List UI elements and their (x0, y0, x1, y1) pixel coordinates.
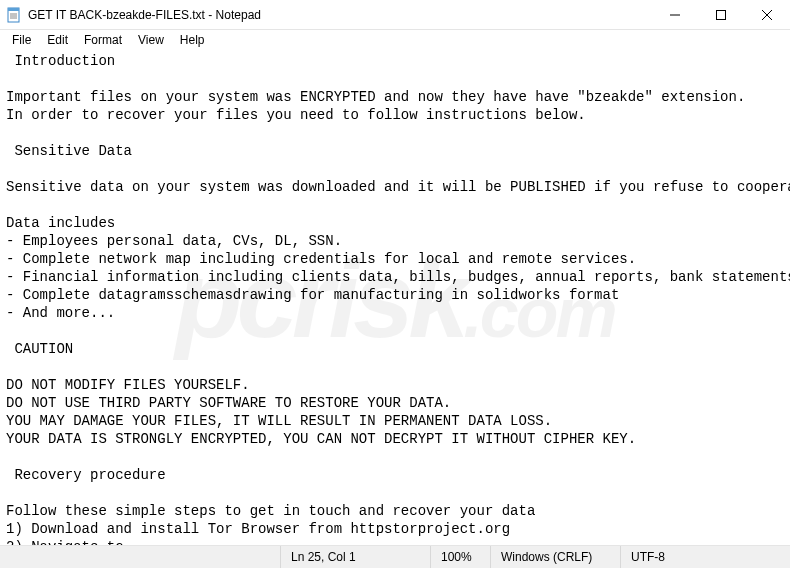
svg-line-7 (762, 10, 772, 20)
close-button[interactable] (744, 0, 790, 30)
svg-line-8 (762, 10, 772, 20)
notepad-icon (6, 7, 22, 23)
status-zoom: 100% (430, 546, 490, 568)
menu-help[interactable]: Help (172, 32, 213, 48)
window-controls (652, 0, 790, 29)
titlebar: GET IT BACK-bzeakde-FILES.txt - Notepad (0, 0, 790, 30)
menu-file[interactable]: File (4, 32, 39, 48)
svg-rect-1 (8, 8, 19, 11)
menu-edit[interactable]: Edit (39, 32, 76, 48)
menu-view[interactable]: View (130, 32, 172, 48)
status-spacer-left (0, 546, 280, 568)
svg-rect-6 (717, 11, 726, 20)
maximize-button[interactable] (698, 0, 744, 30)
window-title: GET IT BACK-bzeakde-FILES.txt - Notepad (28, 8, 652, 22)
minimize-button[interactable] (652, 0, 698, 30)
status-line-ending: Windows (CRLF) (490, 546, 620, 568)
status-position: Ln 25, Col 1 (280, 546, 430, 568)
status-encoding: UTF-8 (620, 546, 790, 568)
document-text[interactable]: Introduction Important files on your sys… (0, 50, 790, 545)
menubar: File Edit Format View Help (0, 30, 790, 50)
statusbar: Ln 25, Col 1 100% Windows (CRLF) UTF-8 (0, 545, 790, 568)
editor-area[interactable]: pcrisk.com Introduction Important files … (0, 50, 790, 545)
menu-format[interactable]: Format (76, 32, 130, 48)
